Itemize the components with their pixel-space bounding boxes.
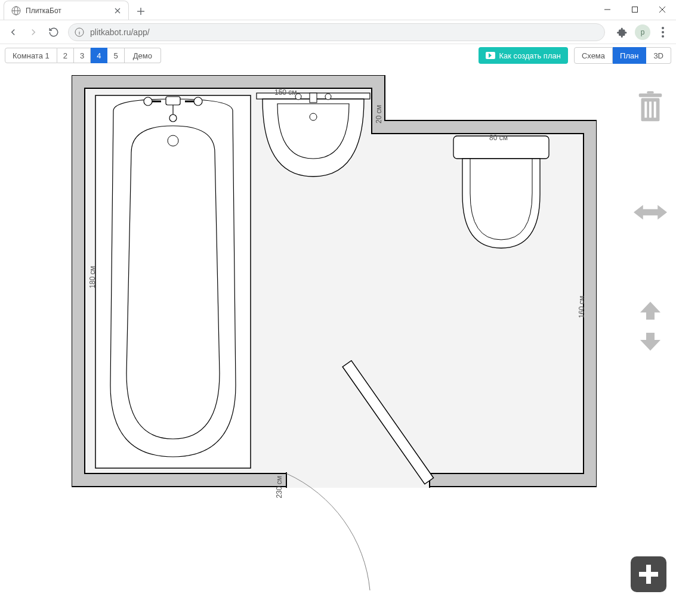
browser-toolbar: plitkabot.ru/app/ р <box>0 20 676 44</box>
url-text: plitkabot.ru/app/ <box>90 27 150 37</box>
move-up-button[interactable] <box>634 301 667 321</box>
view-schema-button[interactable]: Схема <box>574 47 613 64</box>
window-titlebar: ПлиткаБот <box>0 0 676 20</box>
window-minimize-button[interactable] <box>594 0 621 19</box>
profile-avatar-button[interactable]: р <box>634 24 651 41</box>
play-icon <box>486 52 495 59</box>
tab-close-button[interactable] <box>113 6 122 16</box>
side-toolbar <box>629 91 671 352</box>
svg-rect-29 <box>310 93 317 103</box>
window-maximize-button[interactable] <box>621 0 649 19</box>
floorplan[interactable]: 150 см 20 см 80 см 160 см 180 см 230 см <box>72 75 597 528</box>
svg-point-23 <box>169 114 177 122</box>
address-bar[interactable]: plitkabot.ru/app/ <box>68 23 605 41</box>
browser-tab[interactable]: ПлиткаБот <box>4 1 129 20</box>
plan-canvas[interactable]: 150 см 20 см 80 см 160 см 180 см 230 см <box>0 67 676 616</box>
floorplan-svg <box>72 75 597 612</box>
svg-point-15 <box>662 31 664 33</box>
room-tabs: Комната 1 2 3 4 5 Демо <box>5 48 161 63</box>
dim-notch-height: 20 см <box>375 105 383 123</box>
window-close-button[interactable] <box>649 0 676 19</box>
dim-bottom: 230 см <box>275 476 283 499</box>
app-toolbar: Комната 1 2 3 4 5 Демо Как создать план … <box>0 44 676 67</box>
room-tab-3[interactable]: 3 <box>74 48 91 63</box>
dim-top: 150 см <box>274 88 297 97</box>
svg-point-26 <box>168 135 178 146</box>
howto-button[interactable]: Как создать план <box>479 47 567 64</box>
svg-rect-35 <box>647 91 654 94</box>
svg-marker-40 <box>640 302 660 320</box>
svg-rect-36 <box>644 101 647 117</box>
extensions-button[interactable] <box>614 24 631 41</box>
svg-rect-22 <box>166 97 180 105</box>
svg-marker-39 <box>634 205 667 220</box>
svg-point-28 <box>310 113 317 120</box>
svg-marker-41 <box>640 333 660 351</box>
room-tab-demo[interactable]: Демо <box>125 48 161 63</box>
new-tab-button[interactable] <box>132 3 149 20</box>
svg-rect-37 <box>649 101 652 117</box>
globe-icon <box>11 6 21 16</box>
nav-back-button[interactable] <box>5 24 21 41</box>
window-controls <box>594 0 676 19</box>
dim-notch-width: 80 см <box>489 134 508 142</box>
site-info-icon[interactable] <box>75 27 84 37</box>
svg-point-31 <box>325 94 331 100</box>
room-tab-2[interactable]: 2 <box>57 48 74 63</box>
add-button[interactable] <box>631 556 666 592</box>
browser-menu-button[interactable] <box>655 24 671 41</box>
svg-rect-38 <box>654 101 656 117</box>
svg-point-25 <box>194 97 202 106</box>
trash-button[interactable] <box>634 91 667 124</box>
room-tab-5[interactable]: 5 <box>107 48 124 63</box>
view-toggle: Схема План 3D <box>574 47 671 64</box>
horizontal-resize-button[interactable] <box>634 196 667 229</box>
room-tab-4[interactable]: 4 <box>91 48 107 63</box>
bathtub-fixture <box>95 95 251 468</box>
svg-rect-34 <box>639 94 662 97</box>
dim-right: 160 см <box>578 296 586 318</box>
svg-point-14 <box>662 27 664 29</box>
room-tab-1[interactable]: Комната 1 <box>5 48 57 63</box>
view-3d-button[interactable]: 3D <box>646 47 671 64</box>
svg-rect-43 <box>639 572 658 577</box>
view-plan-button[interactable]: План <box>613 47 646 64</box>
move-down-button[interactable] <box>634 332 667 352</box>
avatar-initial: р <box>635 24 650 40</box>
browser-tabstrip: ПлиткаБот <box>0 0 149 20</box>
browser-tab-title: ПлиткаБот <box>26 7 61 15</box>
dim-left: 180 см <box>88 266 97 289</box>
howto-label: Как создать план <box>499 51 560 60</box>
svg-rect-8 <box>632 7 638 13</box>
svg-point-16 <box>662 35 664 38</box>
nav-reload-button[interactable] <box>45 24 62 41</box>
svg-point-24 <box>144 97 152 106</box>
nav-forward-button[interactable] <box>25 24 42 41</box>
